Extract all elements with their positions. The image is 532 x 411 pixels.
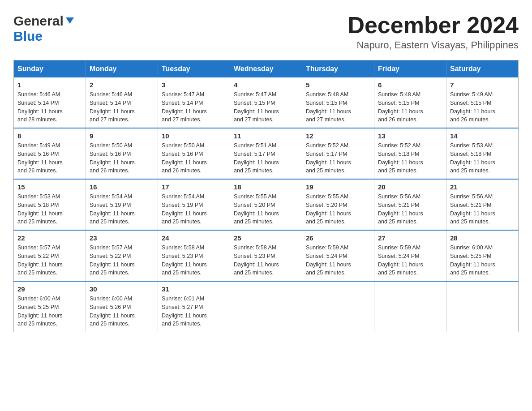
day-number: 10 xyxy=(162,132,226,140)
day-number: 15 xyxy=(17,183,82,191)
calendar-week-1: 1 Sunrise: 5:46 AMSunset: 5:14 PMDayligh… xyxy=(14,77,519,128)
day-info: Sunrise: 5:57 AMSunset: 5:22 PMDaylight:… xyxy=(17,244,82,277)
day-info: Sunrise: 5:52 AMSunset: 5:17 PMDaylight:… xyxy=(306,141,370,175)
title-area: December 2024 Napuro, Eastern Visayas, P… xyxy=(348,13,519,51)
day-number: 22 xyxy=(17,234,82,242)
day-number: 29 xyxy=(17,285,82,293)
calendar-cell xyxy=(374,281,446,332)
calendar-cell: 22 Sunrise: 5:57 AMSunset: 5:22 PMDaylig… xyxy=(14,230,86,281)
calendar-cell: 20 Sunrise: 5:56 AMSunset: 5:21 PMDaylig… xyxy=(374,179,446,230)
calendar-cell: 25 Sunrise: 5:58 AMSunset: 5:23 PMDaylig… xyxy=(230,230,302,281)
calendar-cell xyxy=(230,281,302,332)
day-number: 5 xyxy=(306,81,370,89)
logo-general: General xyxy=(13,13,64,29)
calendar-cell: 12 Sunrise: 5:52 AMSunset: 5:17 PMDaylig… xyxy=(302,128,374,179)
day-info: Sunrise: 5:56 AMSunset: 5:21 PMDaylight:… xyxy=(450,193,515,226)
calendar-cell: 17 Sunrise: 5:54 AMSunset: 5:19 PMDaylig… xyxy=(158,179,230,230)
day-info: Sunrise: 5:52 AMSunset: 5:18 PMDaylight:… xyxy=(378,141,442,175)
day-info: Sunrise: 5:59 AMSunset: 5:24 PMDaylight:… xyxy=(306,244,370,277)
calendar-table: SundayMondayTuesdayWednesdayThursdayFrid… xyxy=(13,60,519,332)
day-info: Sunrise: 6:00 AMSunset: 5:26 PMDaylight:… xyxy=(90,295,154,328)
day-number: 3 xyxy=(162,81,226,89)
calendar-cell: 10 Sunrise: 5:50 AMSunset: 5:16 PMDaylig… xyxy=(158,128,230,179)
calendar-cell: 23 Sunrise: 5:57 AMSunset: 5:22 PMDaylig… xyxy=(86,230,158,281)
day-info: Sunrise: 5:49 AMSunset: 5:15 PMDaylight:… xyxy=(450,90,515,124)
day-info: Sunrise: 5:58 AMSunset: 5:23 PMDaylight:… xyxy=(234,244,298,277)
day-number: 16 xyxy=(90,183,154,191)
calendar-cell: 8 Sunrise: 5:49 AMSunset: 5:16 PMDayligh… xyxy=(14,128,86,179)
day-info: Sunrise: 5:53 AMSunset: 5:18 PMDaylight:… xyxy=(450,141,515,175)
calendar-cell: 27 Sunrise: 5:59 AMSunset: 5:24 PMDaylig… xyxy=(374,230,446,281)
logo: General Blue xyxy=(13,13,75,44)
calendar-cell: 14 Sunrise: 5:53 AMSunset: 5:18 PMDaylig… xyxy=(446,128,519,179)
day-number: 12 xyxy=(306,132,370,140)
calendar-cell: 24 Sunrise: 5:58 AMSunset: 5:23 PMDaylig… xyxy=(158,230,230,281)
calendar-cell: 30 Sunrise: 6:00 AMSunset: 5:26 PMDaylig… xyxy=(86,281,158,332)
day-number: 14 xyxy=(450,132,515,140)
calendar-cell: 6 Sunrise: 5:48 AMSunset: 5:15 PMDayligh… xyxy=(374,77,446,128)
calendar-cell: 26 Sunrise: 5:59 AMSunset: 5:24 PMDaylig… xyxy=(302,230,374,281)
day-info: Sunrise: 5:55 AMSunset: 5:20 PMDaylight:… xyxy=(306,193,370,226)
calendar-cell: 1 Sunrise: 5:46 AMSunset: 5:14 PMDayligh… xyxy=(14,77,86,128)
page-header: General Blue December 2024 Napuro, Easte… xyxy=(13,13,519,51)
calendar-cell: 29 Sunrise: 6:00 AMSunset: 5:25 PMDaylig… xyxy=(14,281,86,332)
calendar-cell: 5 Sunrise: 5:48 AMSunset: 5:15 PMDayligh… xyxy=(302,77,374,128)
calendar-cell: 21 Sunrise: 5:56 AMSunset: 5:21 PMDaylig… xyxy=(446,179,519,230)
logo-blue: Blue xyxy=(13,29,43,43)
calendar-cell: 15 Sunrise: 5:53 AMSunset: 5:18 PMDaylig… xyxy=(14,179,86,230)
calendar-week-5: 29 Sunrise: 6:00 AMSunset: 5:25 PMDaylig… xyxy=(14,281,519,332)
day-info: Sunrise: 5:54 AMSunset: 5:19 PMDaylight:… xyxy=(162,193,226,226)
location-title: Napuro, Eastern Visayas, Philippines xyxy=(348,39,519,51)
calendar-cell: 11 Sunrise: 5:51 AMSunset: 5:17 PMDaylig… xyxy=(230,128,302,179)
day-info: Sunrise: 5:53 AMSunset: 5:18 PMDaylight:… xyxy=(17,193,82,226)
day-number: 13 xyxy=(378,132,442,140)
calendar-cell: 4 Sunrise: 5:47 AMSunset: 5:15 PMDayligh… xyxy=(230,77,302,128)
calendar-cell: 2 Sunrise: 5:46 AMSunset: 5:14 PMDayligh… xyxy=(86,77,158,128)
weekday-header-thursday: Thursday xyxy=(302,60,374,78)
day-number: 2 xyxy=(90,81,154,89)
logo-triangle-icon xyxy=(65,16,75,26)
day-number: 6 xyxy=(378,81,442,89)
day-info: Sunrise: 6:00 AMSunset: 5:25 PMDaylight:… xyxy=(450,244,515,277)
calendar-cell: 31 Sunrise: 6:01 AMSunset: 5:27 PMDaylig… xyxy=(158,281,230,332)
day-info: Sunrise: 5:50 AMSunset: 5:16 PMDaylight:… xyxy=(162,141,226,175)
calendar-cell xyxy=(302,281,374,332)
month-title: December 2024 xyxy=(348,13,519,37)
day-number: 21 xyxy=(450,183,515,191)
calendar-cell: 7 Sunrise: 5:49 AMSunset: 5:15 PMDayligh… xyxy=(446,77,519,128)
day-number: 24 xyxy=(162,234,226,242)
day-number: 23 xyxy=(90,234,154,242)
day-info: Sunrise: 5:57 AMSunset: 5:22 PMDaylight:… xyxy=(90,244,154,277)
calendar-cell: 16 Sunrise: 5:54 AMSunset: 5:19 PMDaylig… xyxy=(86,179,158,230)
day-info: Sunrise: 5:55 AMSunset: 5:20 PMDaylight:… xyxy=(234,193,298,226)
day-number: 19 xyxy=(306,183,370,191)
day-number: 1 xyxy=(17,81,82,89)
calendar-cell: 28 Sunrise: 6:00 AMSunset: 5:25 PMDaylig… xyxy=(446,230,519,281)
calendar-week-4: 22 Sunrise: 5:57 AMSunset: 5:22 PMDaylig… xyxy=(14,230,519,281)
weekday-header-tuesday: Tuesday xyxy=(158,60,230,78)
calendar-cell: 18 Sunrise: 5:55 AMSunset: 5:20 PMDaylig… xyxy=(230,179,302,230)
day-info: Sunrise: 5:51 AMSunset: 5:17 PMDaylight:… xyxy=(234,141,298,175)
day-number: 11 xyxy=(234,132,298,140)
day-info: Sunrise: 5:49 AMSunset: 5:16 PMDaylight:… xyxy=(17,141,82,175)
calendar-header: SundayMondayTuesdayWednesdayThursdayFrid… xyxy=(14,60,519,78)
weekday-header-saturday: Saturday xyxy=(446,60,519,78)
day-info: Sunrise: 5:47 AMSunset: 5:15 PMDaylight:… xyxy=(234,90,298,124)
day-info: Sunrise: 5:47 AMSunset: 5:14 PMDaylight:… xyxy=(162,90,226,124)
calendar-cell: 13 Sunrise: 5:52 AMSunset: 5:18 PMDaylig… xyxy=(374,128,446,179)
day-number: 18 xyxy=(234,183,298,191)
weekday-header-wednesday: Wednesday xyxy=(230,60,302,78)
day-info: Sunrise: 5:56 AMSunset: 5:21 PMDaylight:… xyxy=(378,193,442,226)
weekday-header-friday: Friday xyxy=(374,60,446,78)
weekday-row: SundayMondayTuesdayWednesdayThursdayFrid… xyxy=(14,60,519,78)
svg-marker-0 xyxy=(66,17,74,24)
day-info: Sunrise: 5:46 AMSunset: 5:14 PMDaylight:… xyxy=(90,90,154,124)
day-number: 17 xyxy=(162,183,226,191)
day-number: 7 xyxy=(450,81,515,89)
day-info: Sunrise: 6:01 AMSunset: 5:27 PMDaylight:… xyxy=(162,295,226,328)
day-info: Sunrise: 6:00 AMSunset: 5:25 PMDaylight:… xyxy=(17,295,82,328)
day-number: 30 xyxy=(90,285,154,293)
calendar-cell: 19 Sunrise: 5:55 AMSunset: 5:20 PMDaylig… xyxy=(302,179,374,230)
day-number: 28 xyxy=(450,234,515,242)
day-info: Sunrise: 5:54 AMSunset: 5:19 PMDaylight:… xyxy=(90,193,154,226)
